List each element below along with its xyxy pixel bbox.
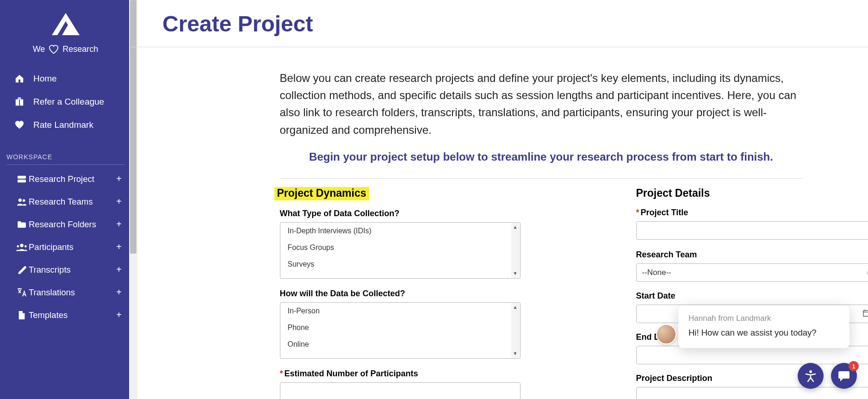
chat-badge: 1 [849, 361, 859, 371]
add-icon[interactable]: + [116, 242, 122, 252]
translate-icon [15, 288, 29, 297]
scroll-down-icon[interactable]: ▼ [511, 349, 520, 358]
listbox-option[interactable]: In-Person [280, 303, 520, 319]
chat-icon [837, 369, 850, 382]
svg-point-5 [19, 198, 22, 201]
chat-avatar [656, 324, 676, 344]
heart-icon [49, 45, 59, 54]
svg-point-8 [17, 245, 19, 247]
server-icon [15, 175, 29, 183]
listbox-option[interactable]: Online [280, 336, 520, 353]
edit-icon [15, 265, 29, 274]
project-description-input[interactable] [636, 387, 868, 399]
section-title-details: Project Details [636, 187, 868, 200]
required-marker: * [280, 369, 283, 378]
workspace-divider [6, 164, 124, 165]
listbox-option[interactable]: Surveys [280, 256, 520, 273]
tagline-left: We [33, 44, 45, 54]
chat-message: Hi! How can we assist you today? [688, 328, 839, 338]
svg-point-9 [25, 245, 27, 247]
project-title-input[interactable] [636, 221, 868, 240]
tagline-right: Research [62, 44, 98, 54]
primary-nav: Home Refer a Colleague Rate Landmark [0, 67, 131, 137]
sidebar-item-research-teams[interactable]: Research Teams + [0, 190, 131, 213]
svg-rect-2 [19, 100, 20, 106]
page-title: Create Project [154, 0, 868, 47]
accessibility-button[interactable] [798, 363, 824, 389]
workspace-header: WORKSPACE [0, 137, 131, 164]
add-icon[interactable]: + [116, 264, 122, 275]
label-how-collected: How will the Data be Collected? [280, 289, 521, 299]
listbox-option[interactable]: Focus Groups [280, 239, 520, 256]
form-divider [280, 178, 803, 179]
gift-icon [13, 97, 26, 106]
listbox-scrollbar[interactable]: ▲ ▼ [511, 223, 520, 278]
nav-home[interactable]: Home [0, 67, 131, 90]
project-dynamics-section: Project Dynamics What Type of Data Colle… [280, 187, 521, 399]
sidebar-item-label: Templates [29, 310, 116, 320]
sidebar-item-research-folders[interactable]: Research Folders + [0, 213, 131, 236]
accessibility-icon [804, 369, 817, 382]
heart-solid-icon [13, 120, 26, 130]
sidebar-item-label: Transcripts [29, 265, 116, 275]
folder-icon [15, 221, 29, 228]
file-icon [15, 311, 29, 320]
nav-refer[interactable]: Refer a Colleague [0, 90, 131, 113]
intro-paragraph: Below you can create research projects a… [280, 69, 803, 138]
label-est-participants: *Estimated Number of Participants [280, 369, 521, 379]
label-research-team: Research Team [636, 250, 868, 260]
add-icon[interactable]: + [116, 287, 122, 298]
calendar-icon [862, 309, 868, 319]
sidebar-item-label: Research Teams [29, 197, 116, 207]
sidebar-item-label: Research Project [29, 174, 116, 184]
add-icon[interactable]: + [116, 219, 122, 230]
home-icon [13, 74, 26, 83]
team-icon [15, 198, 29, 206]
sidebar: We Research Home Refer a Colleague Rate … [0, 0, 131, 399]
chat-launcher-button[interactable]: 1 [831, 363, 857, 389]
sidebar-item-label: Research Folders [29, 219, 116, 230]
nav-refer-label: Refer a Colleague [33, 97, 104, 107]
listbox-scrollbar[interactable]: ▲ ▼ [511, 303, 520, 358]
main-content: Create Project Below you can create rese… [131, 0, 868, 399]
sidebar-item-templates[interactable]: Templates + [0, 304, 131, 326]
scroll-up-icon[interactable]: ▲ [511, 303, 520, 312]
sidebar-item-research-project[interactable]: Research Project + [0, 168, 131, 190]
label-start-date: Start Date [636, 291, 868, 301]
est-participants-input[interactable] [280, 382, 521, 399]
add-icon[interactable]: + [116, 174, 122, 184]
chat-popup[interactable]: Hannah from Landmark Hi! How can we assi… [678, 305, 849, 348]
sidebar-item-translations[interactable]: Translations + [0, 281, 131, 304]
svg-point-7 [20, 243, 23, 247]
intro-cta: Begin your project setup below to stream… [280, 150, 803, 163]
nav-rate[interactable]: Rate Landmark [0, 113, 131, 137]
required-marker: * [636, 208, 639, 217]
nav-home-label: Home [33, 74, 57, 84]
svg-rect-3 [18, 175, 26, 178]
how-collected-listbox[interactable]: In-Person Phone Online ▲ ▼ [280, 302, 521, 359]
research-team-select[interactable]: --None-- ▲▼ [636, 263, 868, 282]
brand-logo [0, 10, 131, 38]
add-icon[interactable]: + [116, 196, 122, 207]
landmark-logo-icon [51, 10, 81, 36]
sidebar-item-label: Translations [29, 287, 116, 298]
listbox-option[interactable]: Phone [280, 319, 520, 336]
data-collection-listbox[interactable]: In-Depth Interviews (IDIs) Focus Groups … [280, 222, 521, 279]
svg-point-6 [23, 199, 25, 202]
select-arrows-icon: ▲▼ [867, 269, 868, 276]
sidebar-item-label: Participants [29, 242, 116, 252]
nav-rate-label: Rate Landmark [33, 120, 93, 130]
research-team-value: --None-- [642, 268, 671, 277]
sidebar-item-transcripts[interactable]: Transcripts + [0, 258, 131, 281]
brand-tagline: We Research [0, 44, 131, 54]
label-project-title: *Project Title [636, 208, 868, 218]
sidebar-item-participants[interactable]: Participants + [0, 236, 131, 258]
section-title-dynamics: Project Dynamics [274, 187, 369, 200]
listbox-option[interactable]: In-Depth Interviews (IDIs) [280, 223, 520, 239]
add-icon[interactable]: + [116, 310, 122, 320]
scroll-down-icon[interactable]: ▼ [511, 269, 520, 278]
svg-rect-4 [18, 179, 26, 182]
scroll-up-icon[interactable]: ▲ [511, 223, 520, 231]
end-date-input[interactable] [636, 346, 868, 364]
svg-point-14 [809, 370, 812, 373]
